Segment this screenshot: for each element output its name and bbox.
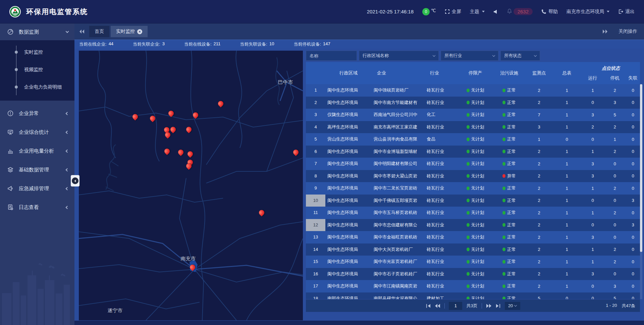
last-page-button[interactable] xyxy=(496,304,501,308)
org-dropdown[interactable]: 南充市生态环境局 xyxy=(567,9,609,15)
row-production-limit: 无计划 xyxy=(458,234,492,240)
scrollbar-thumb[interactable] xyxy=(640,84,642,252)
sidebar-item-video-monitoring[interactable]: 视频监控 xyxy=(0,61,74,78)
row-stopped-count: 2 xyxy=(604,124,626,129)
stats-bar: 当前在线企业: 44 当前失联企业: 3 当前在线设备: 211 当前失联设备:… xyxy=(74,40,644,49)
tabs-scroll-left-button[interactable] xyxy=(74,26,89,37)
table-row[interactable]: 14 阆中生态环境局 阆中大兴页岩机砖厂 砖瓦行业 无计划 正常 2 1 1 xyxy=(306,243,640,256)
row-district: 阆中生态环境局 xyxy=(325,234,372,240)
facility-status-label: 正常 xyxy=(507,87,516,93)
chevron-left-icon xyxy=(66,168,69,171)
status-dot-icon xyxy=(502,296,505,299)
table-row[interactable]: 5 营山生态环境局 营山县润丰肉食品有限 食品 无计划 正常 1 0 0 xyxy=(306,133,640,146)
tab-bar: 首页 实时监控 × 关闭操作 xyxy=(74,23,644,40)
row-district: 阆中生态环境局 xyxy=(325,210,372,216)
region-select[interactable]: 行政区域名称 xyxy=(359,51,439,61)
table-row[interactable]: 16 阆中生态环境局 阆中市石子页岩机砖厂 砖瓦行业 无计划 正常 2 1 3 xyxy=(306,268,640,280)
row-disconnected-count: 0 xyxy=(626,296,640,299)
row-pollution-facility: 正常 xyxy=(492,185,526,191)
table-scrollbar[interactable] xyxy=(640,84,642,299)
table-row[interactable]: 3 仪陇生态环境局 西南油气田分公司川中 化工 无计划 正常 7 1 3 xyxy=(306,109,640,121)
row-index: 7 xyxy=(306,158,325,170)
name-search-input[interactable] xyxy=(306,51,357,61)
theme-dropdown[interactable]: 主题 xyxy=(470,9,485,15)
sidebar-collapse-button[interactable] xyxy=(71,175,79,186)
status-select-value: 所有状态 xyxy=(504,53,522,59)
industry-select[interactable]: 所有行业 xyxy=(441,51,498,61)
row-stopped-count: 5 xyxy=(604,296,626,299)
mute-button[interactable] xyxy=(493,9,498,14)
notifications-button[interactable]: 2632 xyxy=(507,8,533,15)
table-row[interactable]: 12 阆中生态环境局 阆中市忠信建材有限公 砖瓦行业 无计划 正常 2 1 0 xyxy=(306,219,640,231)
row-monitor-points: 3 xyxy=(526,124,552,129)
row-running-count: 0 xyxy=(582,284,604,289)
table-row[interactable]: 15 阆中生态环境局 阆中市光富页岩机砖厂 砖瓦行业 无计划 正常 2 1 1 xyxy=(306,256,640,268)
table-row[interactable]: 6 阆中生态环境局 阆中市金博瑞新型墙材 砖瓦行业 无计划 正常 2 1 1 xyxy=(306,146,640,158)
table-row[interactable]: 2 阆中生态环境局 阆中市南方节能建材有 砖瓦行业 无计划 正常 2 1 0 xyxy=(306,97,640,109)
row-production-limit: 无计划 xyxy=(458,161,492,167)
close-operations-button[interactable]: 关闭操作 xyxy=(619,29,637,35)
facility-status-label: 正常 xyxy=(507,222,516,228)
tab-home[interactable]: 首页 xyxy=(89,26,109,37)
table-row[interactable]: 11 阆中生态环境局 阆中市五马桥页岩机砖 砖瓦行业 无计划 正常 2 1 1 xyxy=(306,207,640,219)
tabs-scroll-right-button[interactable] xyxy=(598,26,612,37)
previous-page-button[interactable] xyxy=(435,304,440,308)
chevron-down-icon xyxy=(492,54,495,56)
production-limit-label: 无计划 xyxy=(471,87,484,93)
table-row[interactable]: 17 阆中生态环境局 阆中市江南镇阆南页岩 砖瓦行业 无计划 正常 2 1 0 xyxy=(306,280,640,292)
sidebar-group-log-view[interactable]: 日志查看 xyxy=(0,198,74,217)
status-dot-icon xyxy=(467,284,470,288)
sidebar-group-power-analysis[interactable]: 企业用电量分析 xyxy=(0,142,74,160)
row-disconnected-count: 0 xyxy=(626,112,640,117)
sidebar-item-realtime-monitoring[interactable]: 实时监控 xyxy=(0,44,74,61)
tab-close-icon[interactable]: × xyxy=(137,29,142,34)
help-button[interactable]: 帮助 xyxy=(541,9,558,15)
row-industry: 砖瓦行业 xyxy=(425,247,458,253)
page-size-select[interactable]: 20 xyxy=(505,302,520,310)
facility-status-label: 正常 xyxy=(507,247,516,253)
bottom-strip xyxy=(74,321,644,325)
table-row[interactable]: 8 阆中生态环境局 阆中市枣碧大梁山页岩 砖瓦行业 无计划 异常 2 1 3 xyxy=(306,170,640,182)
row-stopped-count: 2 xyxy=(604,259,626,264)
table-row[interactable]: 4 高坪生态环境局 南充市高坪区王家店建 砖瓦行业 无计划 正常 3 1 2 xyxy=(306,121,640,133)
industry-select-value: 所有行业 xyxy=(444,53,462,59)
logout-button[interactable]: 退出 xyxy=(618,9,635,15)
status-dot-icon xyxy=(467,248,470,251)
next-page-button[interactable] xyxy=(486,304,492,308)
first-page-button[interactable] xyxy=(426,304,431,308)
row-running-count: 0 xyxy=(582,198,604,203)
sidebar-group-basic-data[interactable]: 基础数据管理 xyxy=(0,160,74,179)
status-select[interactable]: 所有状态 xyxy=(500,51,540,61)
row-company: 阆中明阳建材有限公司 xyxy=(372,161,425,167)
stat-item: 当前在线设备: 211 xyxy=(184,41,220,47)
app-logo-icon xyxy=(9,5,21,18)
sidebar-item-power-load-detail[interactable]: 企业电力负荷明细 xyxy=(0,78,74,96)
table-row[interactable]: 18 南部生态环境局 南部县砚华水泥有限公 建材加工 无计划 正常 5 0 0 xyxy=(306,292,640,300)
sidebar-group-enterprise-statistics[interactable]: 企业综合统计 xyxy=(0,123,74,142)
sidebar-group-emergency-reduction[interactable]: 应急减排管理 xyxy=(0,179,74,198)
facility-status-label: 正常 xyxy=(507,198,516,204)
sidebar-group-enterprise-abnormal[interactable]: 企业异常 xyxy=(0,104,74,123)
map-canvas[interactable]: 巴中市 南充市 遂宁市 xyxy=(79,51,303,320)
table-row[interactable]: 13 阆中生态环境局 阆中市金福旺页岩机砖 砖瓦行业 无计划 正常 2 1 3 xyxy=(306,231,640,243)
table-row[interactable]: 9 阆中生态环境局 阆中市二龙长宝页岩砖 砖瓦行业 无计划 正常 2 1 1 xyxy=(306,182,640,195)
production-limit-label: 无计划 xyxy=(471,234,484,240)
row-monitor-points: 2 xyxy=(526,173,552,178)
row-running-count: 1 xyxy=(582,247,604,252)
table-row[interactable]: 1 阆中生态环境局 阆中强锐页岩砖厂 砖瓦行业 无计划 正常 2 1 1 xyxy=(306,84,640,97)
row-industry: 砖瓦行业 xyxy=(425,222,458,228)
row-company: 阆中市江南镇阆南页岩 xyxy=(372,283,425,289)
table-row[interactable]: 10 阆中生态环境局 阆中千佛镇五郎垭页岩 砖瓦行业 无计划 正常 2 1 0 xyxy=(306,195,640,207)
row-index: 16 xyxy=(306,268,325,280)
page-size-value: 20 xyxy=(508,303,513,308)
table-row[interactable]: 7 阆中生态环境局 阆中明阳建材有限公司 砖瓦行业 无计划 正常 2 1 3 xyxy=(306,158,640,170)
sidebar-group-data-monitoring[interactable]: 数据监测 xyxy=(0,23,74,40)
facility-status-label: 正常 xyxy=(507,271,516,277)
tab-realtime-monitoring[interactable]: 实时监控 × xyxy=(111,26,148,37)
status-dot-icon xyxy=(502,248,505,251)
row-industry: 砖瓦行业 xyxy=(425,173,458,179)
fullscreen-button[interactable]: 全屏 xyxy=(445,9,461,15)
log-document-icon xyxy=(7,204,14,211)
page-number-input[interactable]: 1 xyxy=(449,302,462,310)
row-production-limit: 无计划 xyxy=(458,124,492,130)
